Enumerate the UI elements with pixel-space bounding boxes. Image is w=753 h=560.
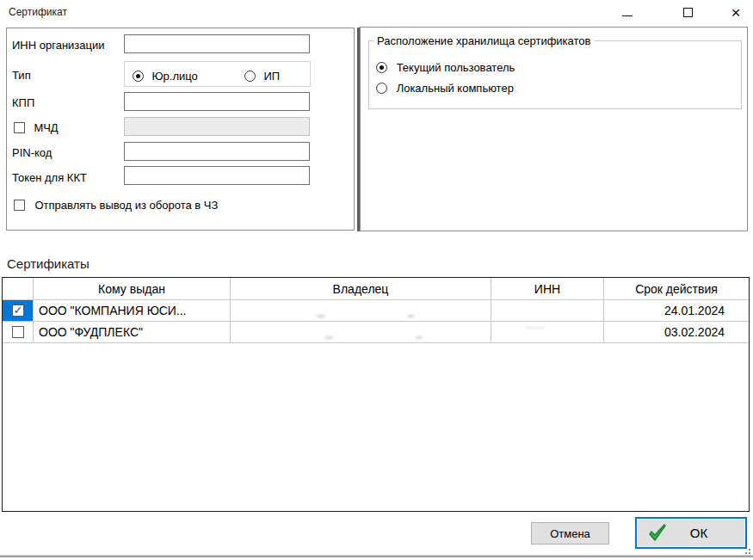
inn-input[interactable] bbox=[124, 34, 310, 53]
type-ip-label: ИП bbox=[263, 70, 280, 83]
kpp-input[interactable] bbox=[124, 92, 310, 111]
row1-valid-until[interactable]: 24.01.2024 bbox=[604, 300, 749, 321]
inn-label: ИНН организации bbox=[12, 39, 104, 52]
minimize-icon bbox=[622, 15, 633, 16]
close-button[interactable]: × bbox=[721, 0, 750, 24]
row1-checkbox-cell[interactable] bbox=[3, 300, 34, 321]
window-bottom-edge bbox=[0, 555, 753, 557]
ok-button[interactable]: ОК bbox=[635, 517, 747, 549]
withdraw-checkbox[interactable] bbox=[14, 200, 25, 211]
withdraw-option[interactable]: Отправлять вывод из оборота в ЧЗ bbox=[14, 197, 218, 212]
certificates-grid: Кому выдан Владелец ИНН Срок действия ОО… bbox=[2, 277, 750, 512]
withdraw-label: Отправлять вывод из оборота в ЧЗ bbox=[34, 199, 218, 212]
window-title: Сертификат bbox=[9, 6, 67, 18]
kpp-label: КПП bbox=[12, 96, 34, 109]
local-machine-label: Локальный компьютер bbox=[397, 82, 514, 95]
redacted-owner-mark bbox=[416, 336, 423, 339]
token-input[interactable] bbox=[124, 166, 310, 185]
pin-input[interactable] bbox=[124, 142, 310, 161]
maximize-button[interactable] bbox=[673, 0, 702, 24]
mchd-label: МЧД bbox=[34, 121, 58, 134]
ok-button-label: ОК bbox=[690, 526, 707, 540]
row2-checkbox-cell[interactable] bbox=[3, 322, 34, 342]
header-issued-to[interactable]: Кому выдан bbox=[34, 278, 231, 299]
row1-checkbox[interactable] bbox=[12, 305, 24, 317]
title-bar: Сертификат × bbox=[0, 0, 753, 24]
cancel-button-label: Отмена bbox=[550, 527, 590, 540]
close-icon: × bbox=[731, 4, 740, 21]
token-label: Токен для ККТ bbox=[12, 171, 87, 184]
store-location-groupbox bbox=[368, 40, 742, 109]
minimize-button[interactable] bbox=[613, 0, 642, 24]
row2-owner[interactable] bbox=[231, 322, 491, 342]
redacted-owner-mark bbox=[325, 336, 333, 339]
radio-local-machine-icon[interactable] bbox=[376, 83, 387, 94]
cancel-button[interactable]: Отмена bbox=[531, 522, 609, 545]
grid-header-row: Кому выдан Владелец ИНН Срок действия bbox=[3, 278, 749, 300]
row2-inn[interactable] bbox=[491, 322, 604, 342]
store-location-title: Расположение хранилища сертификатов bbox=[373, 34, 594, 47]
header-owner[interactable]: Владелец bbox=[231, 278, 491, 299]
mchd-checkbox[interactable] bbox=[14, 122, 25, 133]
certificates-section-title: Сертификаты bbox=[7, 256, 89, 271]
certificate-dialog: Сертификат × ИНН организации Тип Юр.лицо… bbox=[0, 0, 753, 560]
row2-issued-to[interactable]: ООО "ФУДПЛЕКС" bbox=[34, 322, 231, 342]
type-radio-group: Юр.лицо ИП bbox=[124, 61, 311, 87]
resize-grip[interactable] bbox=[742, 549, 750, 556]
certificate-row[interactable]: ООО "ФУДПЛЕКС" 03.02.2024 bbox=[3, 322, 749, 343]
type-ip-option[interactable]: ИП bbox=[244, 68, 280, 83]
row1-issued-to[interactable]: ООО "КОМПАНИЯ ЮСИ... bbox=[34, 300, 231, 321]
certificate-row[interactable]: ООО "КОМПАНИЯ ЮСИ... 24.01.2024 bbox=[3, 300, 749, 322]
current-user-label: Текущий пользователь bbox=[397, 61, 515, 74]
pin-label: PIN-код bbox=[12, 146, 52, 159]
redacted-owner-mark bbox=[317, 315, 325, 317]
mchd-option[interactable]: МЧД bbox=[14, 120, 59, 135]
maximize-icon bbox=[683, 8, 693, 17]
redacted-owner-mark bbox=[407, 315, 414, 317]
type-legal-option[interactable]: Юр.лицо bbox=[133, 68, 198, 83]
header-checkbox-column bbox=[3, 278, 34, 299]
header-inn[interactable]: ИНН bbox=[491, 278, 604, 299]
radio-legal-entity-icon[interactable] bbox=[133, 71, 144, 82]
row1-inn[interactable] bbox=[491, 300, 604, 321]
ok-check-icon bbox=[647, 523, 668, 544]
header-valid-until[interactable]: Срок действия bbox=[604, 278, 749, 299]
type-legal-label: Юр.лицо bbox=[151, 70, 197, 83]
redacted-inn-mark bbox=[526, 327, 545, 329]
row2-valid-until[interactable]: 03.02.2024 bbox=[604, 322, 749, 342]
current-user-option[interactable]: Текущий пользователь bbox=[376, 61, 515, 74]
local-machine-option[interactable]: Локальный компьютер bbox=[376, 82, 514, 95]
radio-current-user-icon[interactable] bbox=[376, 62, 387, 73]
radio-ip-icon[interactable] bbox=[244, 71, 256, 82]
row1-owner[interactable] bbox=[231, 300, 491, 321]
mchd-input bbox=[124, 117, 310, 136]
row2-checkbox[interactable] bbox=[12, 326, 24, 338]
type-label: Тип bbox=[12, 69, 31, 82]
